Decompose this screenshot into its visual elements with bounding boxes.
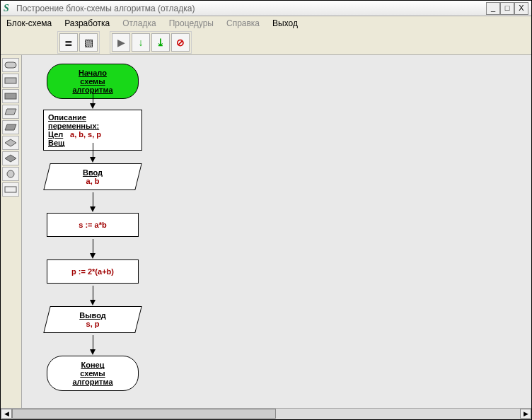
node-end-line1: Конец [60, 361, 125, 369]
node-end[interactable]: Конец схемы алгоритма [47, 356, 139, 391]
decl-vars-int: a, b, s, p [70, 130, 101, 139]
scroll-left-button[interactable]: ◀ [1, 409, 12, 419]
menu-procedury: Процедуры [169, 18, 214, 28]
app-window: S Построение блок-схемы алгоритма (отлад… [0, 0, 532, 420]
svg-rect-8 [5, 187, 16, 192]
node-process-1[interactable]: s := a*b [47, 213, 139, 237]
menubar: Блок-схема Разработка Отладка Процедуры … [1, 16, 531, 30]
flowchart-canvas: Начало схемы алгоритма Описание переменн… [22, 55, 531, 408]
step-over-button[interactable]: ⤓ [151, 33, 170, 52]
svg-point-7 [7, 170, 14, 177]
input-label: Ввод [54, 168, 131, 177]
arrow-line [93, 286, 93, 301]
node-input[interactable]: Ввод a, b [43, 163, 141, 190]
pal-connector[interactable] [2, 167, 19, 181]
scroll-track[interactable] [12, 409, 520, 419]
menu-spravka: Справка [226, 18, 260, 28]
svg-marker-6 [5, 155, 16, 162]
svg-marker-4 [5, 124, 16, 130]
titlebar: S Построение блок-схемы алгоритма (отлад… [1, 1, 531, 16]
menu-otladka: Отладка [122, 18, 156, 28]
input-vars: a, b [54, 177, 131, 185]
node-start-line1: Начало [60, 69, 125, 77]
menu-razrabotka[interactable]: Разработка [64, 18, 110, 28]
arrow-head-icon [90, 157, 96, 163]
shape-palette [1, 55, 22, 408]
pal-terminator[interactable] [2, 58, 19, 72]
arrow-line [93, 239, 93, 255]
decl-header: Описание переменных: [48, 113, 137, 130]
window-controls: _ □ X [486, 2, 528, 15]
svg-rect-1 [5, 78, 16, 83]
pal-process[interactable] [2, 74, 19, 88]
arrow-line [93, 143, 93, 158]
decl-type-int: Цел [48, 130, 68, 139]
arrow-head-icon [90, 349, 96, 355]
play-button[interactable]: ▶ [112, 33, 130, 52]
svg-marker-3 [5, 109, 16, 115]
arrow-head-icon [90, 206, 96, 212]
menu-blok[interactable]: Блок-схема [6, 18, 52, 28]
arrow-head-icon [90, 253, 96, 259]
canvas-area[interactable]: Начало схемы алгоритма Описание переменн… [22, 55, 531, 408]
arrow-line [93, 192, 93, 208]
process2-text: p := 2*(a+b) [71, 267, 114, 276]
node-end-line2: схемы алгоритма [60, 369, 125, 386]
pal-process2[interactable] [2, 89, 19, 103]
svg-rect-0 [5, 62, 16, 68]
toolbar-group-edit: ≣ ▧ [57, 31, 100, 54]
window-title: Построение блок-схемы алгоритма (отладка… [16, 4, 195, 13]
pal-decision[interactable] [2, 136, 19, 150]
tb-edit1-button[interactable]: ≣ [59, 33, 78, 52]
arrow-head-icon [90, 103, 96, 109]
node-output[interactable]: Вывод s, p [43, 306, 141, 333]
step-in-button[interactable]: ↓ [132, 33, 150, 52]
menu-vyhod[interactable]: Выход [272, 18, 298, 28]
close-button[interactable]: X [514, 2, 528, 15]
toolbar: ≣ ▧ ▶ ↓ ⤓ ⊘ [1, 30, 531, 54]
svg-marker-5 [5, 139, 16, 146]
pal-io2[interactable] [2, 120, 19, 134]
app-icon: S [4, 4, 13, 13]
horizontal-scrollbar[interactable]: ◀ ▶ [1, 408, 531, 419]
pal-decision2[interactable] [2, 151, 19, 165]
arrow-line [93, 335, 93, 351]
decl-type-real: Вещ [48, 139, 68, 147]
tb-edit2-button[interactable]: ▧ [79, 33, 98, 52]
node-process-2[interactable]: p := 2*(a+b) [47, 259, 139, 284]
maximize-button[interactable]: □ [500, 2, 514, 15]
scroll-right-button[interactable]: ▶ [520, 409, 531, 419]
arrow-head-icon [90, 300, 96, 305]
svg-rect-2 [5, 93, 16, 99]
minimize-button[interactable]: _ [486, 2, 500, 15]
stop-button[interactable]: ⊘ [171, 33, 190, 52]
output-label: Вывод [54, 311, 131, 320]
output-vars: s, p [54, 320, 131, 328]
pal-io[interactable] [2, 105, 19, 119]
process1-text: s := a*b [79, 221, 106, 229]
toolbar-group-run: ▶ ↓ ⤓ ⊘ [110, 31, 192, 54]
scroll-thumb[interactable] [12, 409, 276, 419]
content: Начало схемы алгоритма Описание переменн… [1, 54, 531, 408]
pal-rect[interactable] [2, 182, 19, 197]
